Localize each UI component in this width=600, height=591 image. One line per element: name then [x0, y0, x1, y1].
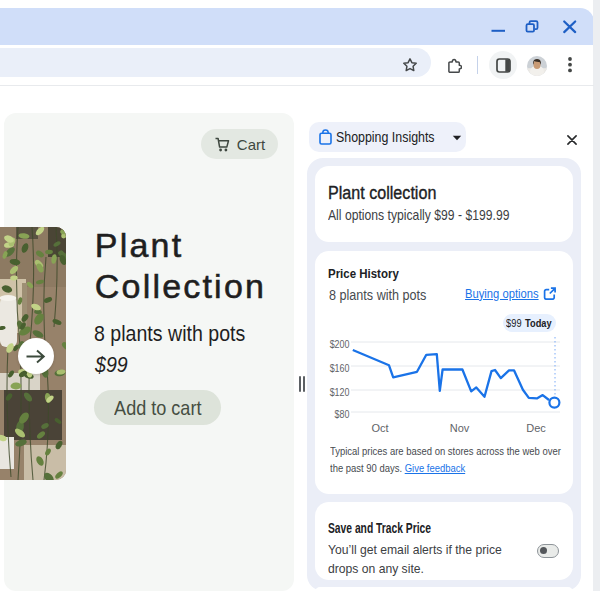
svg-text:Nov: Nov — [450, 422, 470, 434]
svg-text:$200: $200 — [330, 338, 350, 350]
svg-text:Dec: Dec — [526, 422, 546, 434]
svg-text:Oct: Oct — [371, 422, 388, 434]
svg-text:$80: $80 — [335, 408, 350, 420]
svg-text:$160: $160 — [330, 362, 350, 374]
svg-text:$120: $120 — [330, 386, 350, 398]
